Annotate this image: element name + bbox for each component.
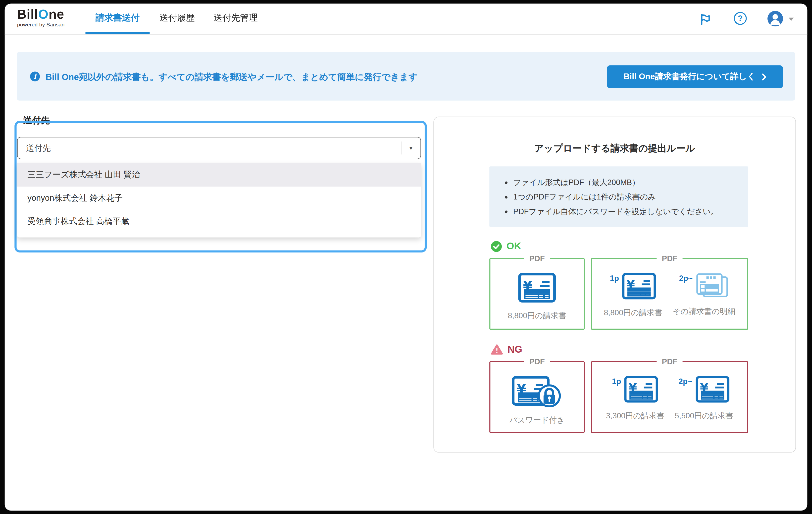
account-menu-caret-icon[interactable]: [789, 18, 794, 21]
pdf-legend: PDF: [524, 253, 550, 264]
ng-example-two-invoices: PDF 1p ¥ 3,300円の請求書: [591, 361, 748, 433]
billone-logo-text: BillOne: [17, 8, 65, 21]
upload-rules-card: アップロードする請求書の提出ルール ファイル形式はPDF（最大200MB） 1つ…: [433, 116, 796, 453]
rule-item: ファイル形式はPDF（最大200MB）: [513, 175, 748, 190]
ok-example-invoice-with-detail: PDF 1p ¥ 8,800円の請求書: [591, 258, 748, 330]
billone-issue-details-label: Bill One請求書発行について詳しく: [624, 71, 756, 82]
rule-item: 1つのPDFファイルには1件の請求書のみ: [513, 190, 748, 204]
rules-title: アップロードする請求書の提出ルール: [434, 142, 795, 154]
billone-logo[interactable]: BillOne powered by Sansan: [17, 8, 65, 27]
pdf-item: 1p ¥ 8,800円の請求書: [604, 273, 662, 318]
pdf-legend: PDF: [657, 253, 683, 264]
ng-example-password-protected: PDF ¥: [489, 361, 585, 433]
invoice-icon: ¥: [622, 273, 656, 300]
recipient-option-1[interactable]: 三三フーズ株式会社 山田 賢治: [17, 163, 421, 187]
flag-icon[interactable]: [700, 13, 711, 27]
recipient-dropdown-list: 三三フーズ株式会社 山田 賢治 yonyon株式会社 鈴木花子 受領商事株式会社…: [17, 163, 421, 238]
logo-ne: ne: [49, 7, 64, 21]
pdf-item: 2p~ ¥ 5,500円の請求書: [675, 376, 733, 421]
pdf-item-caption: 5,500円の請求書: [675, 411, 733, 421]
pdf-item-caption: 8,800円の請求書: [508, 311, 566, 321]
recipient-option-2[interactable]: yonyon株式会社 鈴木花子: [17, 187, 421, 210]
recipient-combobox[interactable]: ▼: [17, 137, 421, 159]
pdf-item: 2p~ その請求書の明細: [673, 273, 735, 317]
avatar[interactable]: [767, 11, 783, 29]
invoice-icon: ¥: [624, 376, 658, 403]
ng-label: NG: [508, 344, 522, 355]
page-label: 2p~: [679, 377, 692, 385]
promo-banner: i Bill One宛以外の請求書も。すべての請求書を郵送やメールで、まとめて簡…: [17, 52, 795, 101]
page-label: 1p: [610, 274, 619, 282]
pdf-legend: PDF: [524, 357, 550, 367]
promo-banner-text: Bill One宛以外の請求書も。すべての請求書を郵送やメールで、まとめて簡単に…: [46, 71, 417, 83]
invoice-lock-icon: ¥: [512, 376, 562, 407]
ok-label: OK: [506, 241, 521, 252]
pdf-item: ¥ パスワード付き: [510, 376, 565, 425]
top-navbar: BillOne powered by Sansan 請求書送付 送付履歴 送付先…: [5, 4, 808, 35]
dropdown-caret-icon[interactable]: ▼: [408, 145, 414, 151]
combobox-divider: [401, 141, 401, 154]
invoice-detail-icon: [696, 273, 729, 299]
help-icon[interactable]: ?: [734, 12, 747, 25]
recipient-input[interactable]: [18, 143, 401, 153]
tab-send-history[interactable]: 送付履歴: [160, 4, 195, 32]
page-label: 2p~: [679, 274, 693, 282]
logo-bill: Bill: [17, 7, 38, 21]
invoice-icon: ¥: [518, 273, 556, 303]
ok-status-row: OK: [491, 241, 521, 252]
pdf-item: ¥ 8,800円の請求書: [508, 273, 566, 321]
recipient-option-3[interactable]: 受領商事株式会社 高橋平蔵: [17, 210, 421, 233]
pdf-item-caption: パスワード付き: [510, 415, 565, 425]
pdf-item-caption: 3,300円の請求書: [606, 411, 665, 421]
check-circle-icon: [491, 241, 502, 252]
help-glyph: ?: [738, 14, 743, 23]
recipient-field-label: 送付先: [23, 114, 50, 127]
info-icon: i: [30, 72, 40, 81]
rules-summary-box: ファイル形式はPDF（最大200MB） 1つのPDFファイルには1件の請求書のみ…: [489, 166, 748, 227]
pdf-item-caption: 8,800円の請求書: [604, 308, 662, 318]
ng-status-row: ! NG: [491, 344, 522, 355]
svg-text:!: !: [496, 347, 498, 354]
invoice-icon: ¥: [695, 376, 729, 403]
active-tab-underline: [85, 32, 149, 34]
logo-tagline: powered by Sansan: [17, 22, 65, 28]
pdf-item: 1p ¥ 3,300円の請求書: [606, 376, 665, 421]
chevron-right-icon: [762, 73, 766, 80]
app-window: BillOne powered by Sansan 請求書送付 送付履歴 送付先…: [5, 4, 808, 511]
pdf-legend: PDF: [657, 357, 683, 367]
ok-example-single-invoice: PDF ¥ 8,800円の請求書: [489, 258, 585, 330]
tab-recipient-management[interactable]: 送付先管理: [214, 4, 258, 32]
pdf-item-caption: その請求書の明細: [673, 307, 735, 317]
warning-triangle-icon: !: [491, 344, 503, 355]
page-label: 1p: [612, 377, 621, 385]
rule-item: PDFファイル自体にパスワードを設定しないでください。: [513, 204, 748, 218]
screen: BillOne powered by Sansan 請求書送付 送付履歴 送付先…: [0, 0, 812, 514]
billone-issue-details-button[interactable]: Bill One請求書発行について詳しく: [607, 65, 783, 88]
info-glyph: i: [34, 73, 36, 80]
tab-invoice-send[interactable]: 請求書送付: [95, 4, 140, 32]
logo-o: O: [38, 7, 49, 21]
